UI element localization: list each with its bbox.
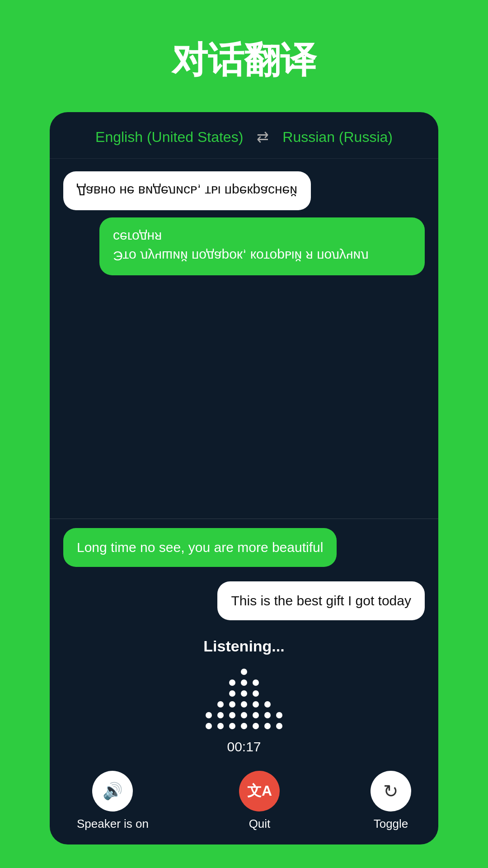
speaker-button[interactable]: 🔊 bbox=[92, 771, 133, 811]
wave-col-1 bbox=[206, 712, 212, 729]
speaker-control[interactable]: 🔊 Speaker is on bbox=[77, 771, 149, 831]
timer-display: 00:17 bbox=[227, 739, 261, 755]
quit-label: Quit bbox=[249, 817, 271, 831]
dot bbox=[264, 701, 271, 708]
listening-section: Listening... bbox=[50, 628, 438, 766]
dot bbox=[253, 679, 259, 686]
target-language[interactable]: Russian (Russia) bbox=[282, 129, 393, 146]
toggle-control[interactable]: ↻ Toggle bbox=[371, 771, 411, 831]
dot bbox=[206, 723, 212, 729]
dot bbox=[229, 723, 235, 729]
quit-icon: 文A bbox=[247, 781, 272, 801]
toggle-icon: ↻ bbox=[383, 781, 399, 802]
dot bbox=[241, 712, 247, 718]
waveform bbox=[206, 666, 282, 729]
dot bbox=[264, 712, 271, 718]
lower-bubble-white: This is the best gift I got today bbox=[217, 581, 425, 620]
dot bbox=[229, 679, 235, 686]
wave-col-4 bbox=[241, 669, 247, 729]
wave-col-7 bbox=[276, 712, 282, 729]
dot bbox=[241, 669, 247, 675]
dot bbox=[276, 712, 282, 718]
dot bbox=[217, 723, 224, 729]
speaker-label: Speaker is on bbox=[77, 817, 149, 831]
dot bbox=[264, 723, 271, 729]
language-header: English (United States) ⇄ Russian (Russi… bbox=[50, 112, 438, 159]
dot bbox=[229, 701, 235, 708]
speaker-icon: 🔊 bbox=[103, 782, 123, 801]
dot bbox=[229, 712, 235, 718]
wave-col-6 bbox=[264, 701, 271, 729]
dot bbox=[241, 701, 247, 708]
source-language[interactable]: English (United States) bbox=[95, 129, 243, 146]
bottom-controls: 🔊 Speaker is on 文A Quit ↻ Toggle bbox=[50, 766, 438, 844]
lower-bubble-green: Long time no see, you are more beautiful bbox=[63, 528, 337, 567]
listening-label: Listening... bbox=[203, 637, 284, 655]
quit-control[interactable]: 文A Quit bbox=[239, 771, 280, 831]
toggle-button[interactable]: ↻ bbox=[371, 771, 411, 811]
dot bbox=[253, 723, 259, 729]
dot bbox=[206, 712, 212, 718]
dot bbox=[229, 690, 235, 697]
quit-button[interactable]: 文A bbox=[239, 771, 280, 811]
swap-icon[interactable]: ⇄ bbox=[257, 128, 269, 146]
upper-bubble-green: Это лучший подарок, который я получил се… bbox=[99, 217, 425, 275]
dot bbox=[217, 712, 224, 718]
wave-col-3 bbox=[229, 679, 235, 729]
wave-col-2 bbox=[217, 701, 224, 729]
upper-chat-section: Это лучший подарок, который я получил се… bbox=[50, 159, 438, 519]
dot bbox=[276, 723, 282, 729]
dot bbox=[253, 701, 259, 708]
dot bbox=[253, 690, 259, 697]
dot bbox=[217, 701, 224, 708]
dot bbox=[241, 679, 247, 686]
dot bbox=[241, 723, 247, 729]
wave-col-5 bbox=[253, 679, 259, 729]
toggle-label: Toggle bbox=[374, 817, 408, 831]
upper-bubble-white: Давно не виделись, ты прекрасней bbox=[63, 171, 311, 210]
main-card: English (United States) ⇄ Russian (Russi… bbox=[50, 112, 438, 844]
app-title: 对话翻译 bbox=[172, 36, 316, 85]
lower-chat-section: Long time no see, you are more beautiful… bbox=[50, 519, 438, 628]
dot bbox=[253, 712, 259, 718]
dot bbox=[241, 690, 247, 697]
